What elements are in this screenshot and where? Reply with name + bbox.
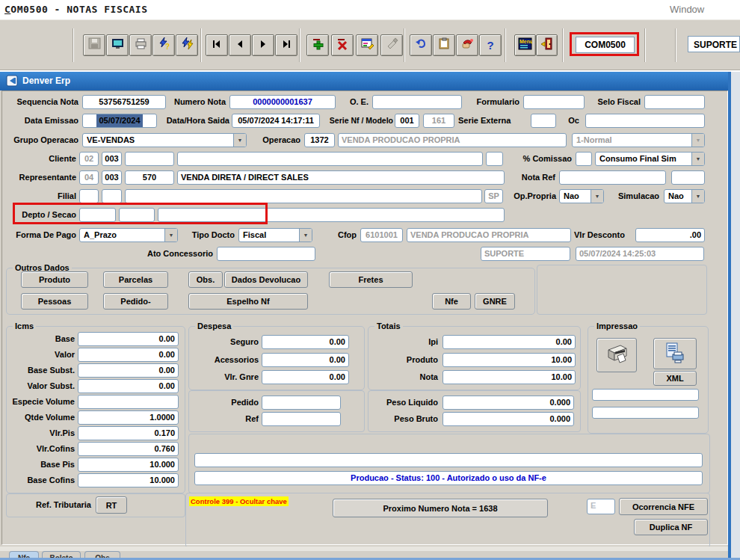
- forma-pago-dropdown[interactable]: A_Prazo▼: [79, 228, 178, 242]
- oe-field[interactable]: [372, 95, 462, 109]
- vlr-cofins-field[interactable]: 0.760: [78, 442, 179, 456]
- print-document-button[interactable]: [653, 338, 697, 369]
- filial-codigo-field[interactable]: [102, 189, 122, 203]
- op-propria-label: Op.Propria: [510, 189, 556, 203]
- exit-button[interactable]: [536, 34, 558, 56]
- oc-field[interactable]: [585, 114, 705, 128]
- nota-ref-serie-field[interactable]: [671, 170, 705, 185]
- seguro-field[interactable]: 0.00: [262, 335, 349, 349]
- save-button[interactable]: [83, 34, 105, 56]
- pedido-field[interactable]: [262, 396, 341, 410]
- last-record-button[interactable]: [275, 34, 297, 56]
- comissao-field[interactable]: [576, 152, 592, 166]
- window-title: Denver Erp: [22, 76, 70, 86]
- rep-filial-field[interactable]: 003: [102, 170, 122, 185]
- window-title-bar[interactable]: Denver Erp: [0, 72, 728, 90]
- numero-nota-field[interactable]: 0000000001637: [229, 95, 336, 109]
- impressao-field-2[interactable]: [592, 407, 699, 419]
- serie-externa-field[interactable]: [531, 114, 556, 128]
- serie-nf-field[interactable]: 001: [395, 114, 419, 128]
- base-cofins-field[interactable]: 10.000: [78, 473, 179, 487]
- icms-base-field[interactable]: 0.00: [78, 332, 179, 346]
- ipi-field[interactable]: 0.00: [443, 335, 576, 349]
- print-button[interactable]: [129, 34, 152, 56]
- rep-codigo-field[interactable]: 570: [125, 170, 174, 185]
- ocorrencia-tipo-field[interactable]: E: [587, 499, 615, 514]
- peso-bruto-field[interactable]: 0.000: [443, 412, 574, 426]
- impressao-field-1[interactable]: [592, 389, 699, 401]
- first-record-button[interactable]: [206, 34, 228, 56]
- previous-record-button[interactable]: [229, 34, 251, 56]
- sequencia-nota-field[interactable]: 53756751259: [82, 95, 166, 109]
- screen-button[interactable]: [106, 34, 129, 56]
- vlr-pis-field[interactable]: 0.170: [78, 426, 179, 440]
- chevron-down-icon: ▼: [299, 229, 312, 241]
- cliente-codigo-field[interactable]: [125, 152, 174, 166]
- icms-base-subst-field[interactable]: 0.00: [78, 363, 179, 378]
- total-produto-field[interactable]: 10.00: [443, 353, 576, 367]
- espelho-nf-button[interactable]: Espelho Nf: [188, 293, 308, 310]
- call-button[interactable]: [456, 34, 478, 56]
- gnre-button[interactable]: GNRE: [475, 293, 515, 310]
- cliente-uf-field[interactable]: [486, 152, 503, 166]
- icms-valor-field[interactable]: 0.00: [78, 348, 179, 362]
- app-icon: [6, 75, 18, 90]
- filial-empresa-field[interactable]: [79, 189, 99, 203]
- enter-query-button[interactable]: [356, 34, 378, 56]
- tipo-nota-dropdown[interactable]: 1-Normal▼: [572, 133, 705, 147]
- run-query-button[interactable]: [176, 34, 198, 56]
- data-emissao-field[interactable]: 05/07/2024: [82, 114, 157, 128]
- pessoas-button[interactable]: Pessoas: [21, 293, 88, 310]
- operacao-code-field[interactable]: 1372: [304, 133, 335, 147]
- filial-nome-field[interactable]: [125, 189, 482, 203]
- delete-record-icon: [336, 37, 349, 53]
- ref-field[interactable]: [262, 412, 341, 426]
- fretes-button[interactable]: Fretes: [329, 271, 413, 288]
- cliente-nome-field[interactable]: [177, 152, 483, 166]
- parcelas-button[interactable]: Parcelas: [103, 271, 168, 288]
- peso-liquido-field[interactable]: 0.000: [443, 396, 574, 410]
- simulacao-dropdown[interactable]: Nao▼: [664, 189, 705, 203]
- window-menu[interactable]: Window: [670, 4, 704, 15]
- data-hora-saida-field[interactable]: 05/07/2024 14:17:11: [232, 114, 320, 128]
- selo-fiscal-field[interactable]: [644, 95, 705, 109]
- formulario-field[interactable]: [523, 95, 585, 109]
- total-nota-field[interactable]: 10.00: [443, 370, 576, 384]
- icms-valor-subst-field[interactable]: 0.00: [78, 379, 179, 393]
- ocorrencia-nfe-button[interactable]: Ocorrencia NFE: [619, 498, 708, 515]
- base-pis-field[interactable]: 10.000: [78, 458, 179, 472]
- clear-record-button[interactable]: [380, 34, 403, 56]
- qtde-volume-field[interactable]: 1.0000: [78, 410, 179, 425]
- menu-button[interactable]: Menu: [514, 34, 536, 56]
- acessorios-field[interactable]: 0.00: [262, 353, 349, 367]
- vlr-gnre-field[interactable]: 0.00: [262, 370, 349, 384]
- nfe-button[interactable]: Nfe: [432, 293, 471, 310]
- consumo-final-dropdown[interactable]: Consumo Final Sim▼: [595, 152, 705, 166]
- obs-button[interactable]: Obs.: [188, 271, 223, 288]
- produto-button[interactable]: Produto: [21, 271, 88, 288]
- tipo-docto-dropdown[interactable]: Fiscal▼: [238, 228, 312, 242]
- especie-volume-field[interactable]: [78, 395, 179, 409]
- ato-concessorio-field[interactable]: [217, 247, 315, 261]
- cliente-filial-field[interactable]: 003: [102, 152, 122, 166]
- print-danfe-button[interactable]: [596, 338, 637, 372]
- next-record-button[interactable]: [252, 34, 274, 56]
- nota-ref-field[interactable]: [559, 170, 666, 185]
- insert-record-button[interactable]: [306, 34, 329, 56]
- op-propria-dropdown[interactable]: Nao▼: [559, 189, 604, 203]
- pedido-button[interactable]: Pedido-: [103, 293, 168, 310]
- undo-button[interactable]: [410, 34, 432, 56]
- copy-button[interactable]: [433, 34, 455, 56]
- vlr-desconto-field[interactable]: .00: [635, 228, 705, 242]
- help-button[interactable]: ?: [479, 34, 502, 56]
- execute-query-button[interactable]: ?: [152, 34, 175, 56]
- impressao-title: Impressao: [594, 321, 640, 330]
- duplica-nf-button[interactable]: Duplica NF: [634, 519, 708, 535]
- eraser-icon: [386, 37, 398, 53]
- xml-button[interactable]: XML: [653, 371, 697, 386]
- dados-devolucao-button[interactable]: Dados Devolucao: [224, 271, 308, 288]
- rt-button[interactable]: RT: [96, 496, 127, 514]
- grupo-operacao-dropdown[interactable]: VE-VENDAS▼: [82, 133, 247, 147]
- rep-nome-field[interactable]: VENDA DIRETA / DIRECT SALES: [177, 170, 505, 185]
- delete-record-button[interactable]: [331, 34, 354, 56]
